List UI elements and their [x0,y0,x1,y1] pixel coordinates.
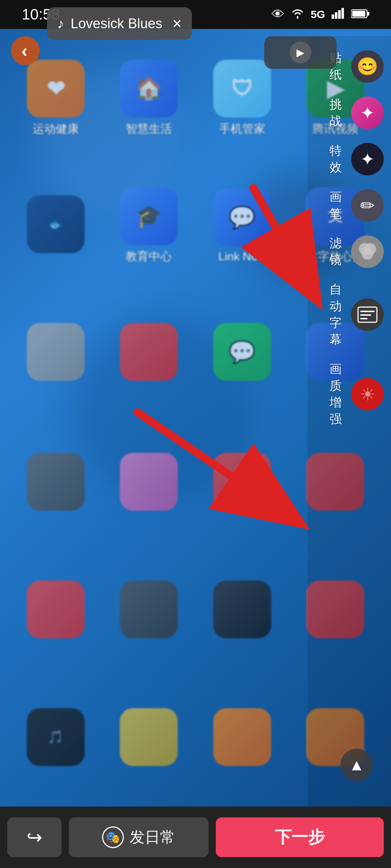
effects-icon: ✦ [351,143,384,175]
svg-rect-13 [360,318,367,319]
next-label: 下一步 [275,826,325,848]
svg-rect-0 [332,14,334,19]
sidebar-item-challenge[interactable]: 挑战 ✦ [319,90,391,136]
share-icon: ↩ [26,826,42,848]
wifi-icon [291,7,304,22]
music-note-icon: ♪ [57,16,64,31]
sidebar-item-enhance[interactable]: 画质增强 ☀ [319,354,391,434]
svg-point-9 [362,248,373,260]
list-item [11,292,101,416]
sticker-icon: 😊 [351,50,384,83]
sidebar-item-brush[interactable]: 画笔 ✏ [319,182,391,229]
effects-label: 特效 [329,142,345,176]
svg-rect-2 [338,10,341,19]
list-item [104,292,194,416]
filter-icon [351,235,384,268]
list-item: 💬 [197,292,287,416]
list-item: 🎵 [11,675,101,799]
enhance-icon: ☀ [351,378,384,410]
sidebar-item-filter[interactable]: 滤镜 [319,229,391,275]
sidebar-panel: 贴纸 😊 挑战 ✦ 特效 ✦ 画笔 ✏ 滤镜 [319,43,391,434]
enhance-label: 画质增强 [329,361,345,427]
svg-rect-6 [352,11,365,17]
battery-icon [351,7,369,22]
list-item: 🏠 智慧生活 [104,36,194,160]
share-button[interactable]: ↩ [7,817,62,857]
bottom-bar: ↩ 🎭 发日常 下一步 [0,807,391,868]
daily-icon: 🎭 [102,826,124,848]
signal-5g: 5G [311,8,325,21]
list-item [197,420,287,544]
back-icon: ‹ [21,40,28,61]
filter-label: 滤镜 [329,235,345,268]
brush-label: 画笔 [329,189,345,222]
list-item [197,547,287,671]
music-close-button[interactable]: × [172,14,182,33]
svg-rect-12 [360,314,371,316]
subtitle-label: 自动字幕 [329,281,345,348]
list-item [197,675,287,799]
list-item [104,675,194,799]
next-button[interactable]: 下一步 [216,817,384,857]
list-item [11,547,101,671]
challenge-icon: ✦ [351,97,384,129]
signal-bars [332,7,345,22]
list-item: 💬 Link Now [197,164,287,288]
list-item: 🐟 [11,164,101,288]
svg-rect-1 [335,12,337,19]
svg-rect-11 [360,311,375,312]
subtitle-icon [351,298,384,331]
daily-button[interactable]: 🎭 发日常 [69,817,209,857]
list-item: 🎓 教育中心 [104,164,194,288]
eye-icon: 👁 [272,7,285,22]
music-thumbnail: ▶ [264,36,337,69]
challenge-label: 挑战 [329,96,345,129]
sidebar-item-subtitle[interactable]: 自动字幕 [319,275,391,354]
svg-rect-3 [341,8,344,19]
back-button[interactable]: ‹ [11,36,40,65]
svg-rect-5 [367,12,369,16]
list-item [104,547,194,671]
music-title: Lovesick Blues [71,16,166,31]
daily-label: 发日常 [130,827,175,847]
music-notification-bar[interactable]: ♪ Lovesick Blues × [47,7,192,40]
list-item [11,420,101,544]
brush-icon: ✏ [351,189,384,222]
scroll-up-button[interactable]: ▲ [340,749,373,781]
chevron-up-icon: ▲ [349,756,365,774]
list-item [104,420,194,544]
sidebar-item-effects[interactable]: 特效 ✦ [319,136,391,182]
status-icons: 👁 5G [272,7,369,22]
